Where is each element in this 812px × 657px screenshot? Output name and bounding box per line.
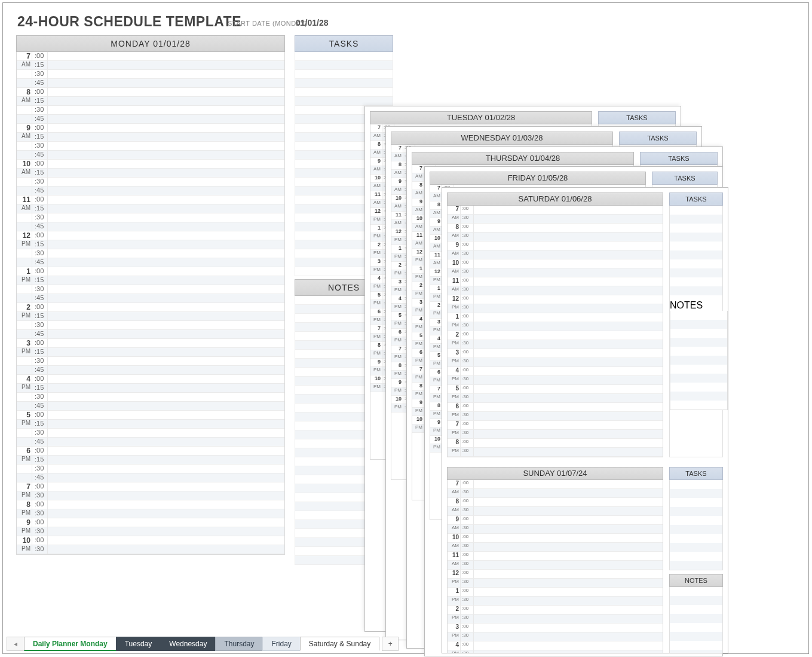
sunday-notes-header: NOTES (669, 574, 723, 587)
sheet-tab[interactable]: Thursday (215, 637, 263, 651)
thursday-tasks-header: TASKS (640, 152, 718, 165)
sheet-tab[interactable]: Saturday & Sunday (300, 637, 379, 651)
sunday-grid[interactable]: 7:00AM:308:00AM:309:00AM:3010:00AM:3011:… (447, 480, 663, 653)
saturday-notes[interactable] (670, 311, 728, 410)
saturday-tasks-header: TASKS (669, 192, 723, 206)
tasks-header: TASKS (295, 35, 393, 52)
saturday-header: SATURDAY 01/06/28 (447, 192, 663, 206)
friday-tasks-header: TASKS (652, 172, 718, 185)
friday-header: FRIDAY 01/05/28 (430, 172, 646, 185)
sheet-tab-bar: ◂ Daily Planner MondayTuesdayWednesdayTh… (7, 637, 399, 651)
sunday-tasks-header: TASKS (669, 467, 723, 480)
wednesday-header: WEDNESDAY 01/03/28 (391, 132, 613, 145)
tuesday-header: TUESDAY 01/02/28 (370, 111, 592, 124)
sunday-tasks[interactable] (669, 480, 723, 570)
saturday-sunday-card: SATURDAY 01/06/28 TASKS 7:00AM:308:00AM:… (442, 187, 728, 653)
tuesday-tasks-header: TASKS (598, 111, 676, 124)
page-title: 24-HOUR SCHEDULE TEMPLATE (17, 14, 241, 30)
monday-header: MONDAY 01/01/28 (16, 35, 285, 52)
sheet-tab[interactable]: Friday (262, 637, 300, 651)
sheet-tab[interactable]: Tuesday (116, 637, 161, 651)
saturday-notes-block: NOTES (670, 300, 728, 410)
thursday-header: THURSDAY 01/04/28 (412, 152, 634, 165)
wednesday-tasks-header: TASKS (619, 132, 697, 145)
tab-add[interactable]: + (382, 637, 399, 651)
sheet-tab[interactable]: Wednesday (160, 637, 216, 651)
tab-nav-prev[interactable]: ◂ (7, 637, 24, 651)
sunday-notes[interactable] (669, 587, 723, 653)
saturday-notes-header2: NOTES (670, 300, 728, 311)
sheet-tab[interactable]: Daily Planner Monday (24, 637, 117, 651)
sunday-header: SUNDAY 01/07/24 (447, 467, 663, 480)
monday-column: MONDAY 01/01/28 7:00AM:15:30:458:00AM:15… (16, 35, 285, 555)
monday-time-grid[interactable]: 7:00AM:15:30:458:00AM:15:30:459:00AM:15:… (16, 52, 285, 555)
start-date-value: 01/01/28 (296, 18, 329, 27)
saturday-grid[interactable]: 7:00AM:308:00AM:309:00AM:3010:00AM:3011:… (447, 206, 663, 457)
sunday-side: NOTES (669, 480, 723, 653)
document-frame: 24-HOUR SCHEDULE TEMPLATE START DATE (MO… (2, 2, 809, 654)
